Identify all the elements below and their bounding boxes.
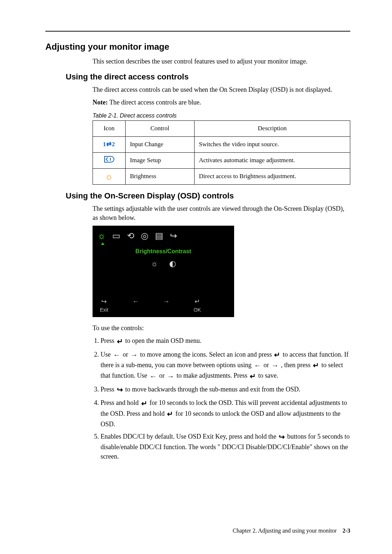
intro-block: This section describes the user control … bbox=[93, 57, 350, 66]
osd-sub-brightness-icon: ☼ bbox=[151, 258, 158, 269]
s2j: to save. bbox=[258, 372, 278, 379]
image-setup-icon bbox=[93, 153, 126, 169]
row2-desc: Direct access to Brightness adjustment. bbox=[195, 169, 350, 185]
osd-block: The settings adjustable with the user co… bbox=[93, 204, 350, 461]
icon-input-change: 1⇄2 bbox=[103, 141, 115, 148]
input-change-icon: 1⇄2 bbox=[93, 137, 126, 153]
s1a: Press bbox=[101, 337, 116, 344]
page: Adjusting your monitor image This sectio… bbox=[0, 0, 392, 554]
osd-left-col: ← bbox=[132, 297, 139, 313]
h3-osd: Using the On-Screen Display (OSD) contro… bbox=[66, 191, 350, 201]
osd-tab-color-icon: ◎ bbox=[141, 230, 148, 242]
step-5: Enables DDC/CI by default. Use OSD Exit … bbox=[101, 432, 350, 461]
osd-title: Brightness/Contrast bbox=[93, 247, 234, 255]
row1-control: Image Setup bbox=[126, 153, 195, 169]
osd-left-icon: ← bbox=[132, 297, 139, 306]
note-label: Note: bbox=[93, 99, 108, 106]
s4a: Press and hold bbox=[101, 399, 140, 406]
dac-block: The direct access controls can be used w… bbox=[93, 85, 350, 185]
osd-selection-marker bbox=[101, 242, 105, 245]
s2a: Use bbox=[101, 351, 113, 358]
row0-desc: Switches the video input source. bbox=[195, 137, 350, 153]
brightness-icon: ☼ bbox=[105, 171, 114, 182]
osd-para: The settings adjustable with the user co… bbox=[93, 204, 350, 222]
osd-tab-position-icon: ▭ bbox=[112, 230, 121, 242]
osd-bottom-row: ↪ Exit ← → ↵ OK .. bbox=[100, 297, 227, 313]
enter-icon bbox=[273, 350, 281, 360]
enter-icon bbox=[249, 371, 257, 382]
table-row: ☼ Brightness Direct access to Brightness… bbox=[93, 169, 350, 185]
dac-note: Note: The direct access controls are blu… bbox=[93, 98, 350, 107]
enter-icon bbox=[140, 398, 148, 409]
osd-right-icon: → bbox=[163, 297, 170, 306]
table-caption: Table 2-1. Direct access controls bbox=[93, 112, 350, 120]
use-intro: To use the controls: bbox=[93, 324, 350, 332]
left-icon bbox=[149, 371, 158, 382]
osd-tab-row: ☼ ▭ ⟲ ◎ ▤ ↪ bbox=[93, 226, 234, 244]
osd-ok-col: ↵ OK bbox=[193, 297, 201, 313]
s3b: to move backwards through the sub-menus … bbox=[125, 386, 300, 393]
step-3: Press to move backwards through the sub-… bbox=[101, 385, 350, 395]
osd-exit-label: Exit bbox=[100, 307, 108, 313]
osd-sub-contrast-icon: ◐ bbox=[169, 258, 176, 269]
osd-ok-icon: ↵ bbox=[195, 297, 200, 306]
osd-tab-brightness-icon: ☼ bbox=[98, 230, 106, 242]
brightness-icon-cell: ☼ bbox=[93, 169, 126, 185]
right-icon bbox=[166, 371, 175, 382]
osd-tab-exit-icon: ↪ bbox=[170, 230, 177, 242]
step-2: Use or to move among the icons. Select a… bbox=[101, 350, 350, 382]
osd-exit-col: ↪ Exit bbox=[100, 297, 108, 313]
step-4: Press and hold for 10 seconds to lock th… bbox=[101, 398, 350, 429]
exit-icon bbox=[116, 385, 124, 395]
right-icon bbox=[270, 360, 279, 371]
th-icon: Icon bbox=[93, 121, 126, 137]
s3a: Press bbox=[101, 386, 116, 393]
table-row: 1⇄2 Input Change Switches the video inpu… bbox=[93, 137, 350, 153]
h2-adjusting: Adjusting your monitor image bbox=[45, 42, 350, 52]
left-icon bbox=[113, 350, 121, 360]
enter-icon bbox=[312, 360, 320, 371]
left-icon bbox=[253, 360, 262, 371]
table-row: Image Setup Activates automatic image ad… bbox=[93, 153, 350, 169]
enter-icon bbox=[116, 336, 124, 347]
row2-control: Brightness bbox=[126, 169, 195, 185]
s2e: or bbox=[264, 361, 271, 369]
footer-chapter: Chapter 2. Adjusting and using your moni… bbox=[233, 528, 337, 534]
s2h: or bbox=[159, 372, 166, 379]
icon-image-setup bbox=[103, 155, 115, 166]
th-description: Description bbox=[195, 121, 350, 137]
steps-list: Press to open the main OSD menu. Use or … bbox=[93, 336, 350, 461]
th-control: Control bbox=[126, 121, 195, 137]
top-rule bbox=[45, 31, 350, 32]
footer-page: 2-3 bbox=[343, 528, 350, 534]
osd-tab-setup-icon: ⟲ bbox=[127, 230, 134, 242]
step-1: Press to open the main OSD menu. bbox=[101, 336, 350, 346]
osd-panel: ☼ ▭ ⟲ ◎ ▤ ↪ Brightness/Contrast ☼ ◐ ↪ Ex… bbox=[93, 226, 234, 317]
intro-text: This section describes the user control … bbox=[93, 57, 350, 66]
exit-icon bbox=[278, 432, 286, 442]
osd-sub-row: ☼ ◐ bbox=[93, 258, 234, 269]
osd-exit-icon: ↪ bbox=[101, 297, 107, 306]
s2b: or bbox=[123, 351, 130, 358]
s5a: Enables DDC/CI by default. Use OSD Exit … bbox=[101, 433, 278, 440]
row1-desc: Activates automatic image adjustment. bbox=[195, 153, 350, 169]
s1b: to open the main OSD menu. bbox=[125, 337, 201, 344]
dac-para: The direct access controls can be used w… bbox=[93, 85, 350, 94]
s2i: to make adjustments. Press bbox=[176, 372, 249, 379]
footer: Chapter 2. Adjusting and using your moni… bbox=[233, 528, 350, 534]
s2c: to move among the icons. Select an icon … bbox=[140, 351, 273, 358]
s2f: , then press bbox=[281, 361, 312, 369]
row0-control: Input Change bbox=[126, 137, 195, 153]
enter-icon bbox=[166, 409, 174, 419]
osd-ok-label: OK bbox=[193, 307, 201, 313]
osd-tab-options-icon: ▤ bbox=[155, 230, 163, 242]
h3-direct-access: Using the direct access controls bbox=[66, 72, 350, 82]
note-body: The direct access controls are blue. bbox=[109, 99, 201, 106]
osd-right-col: → bbox=[163, 297, 170, 313]
right-icon bbox=[130, 350, 139, 360]
direct-access-table: Icon Control Description 1⇄2 Input Chang… bbox=[93, 120, 350, 185]
